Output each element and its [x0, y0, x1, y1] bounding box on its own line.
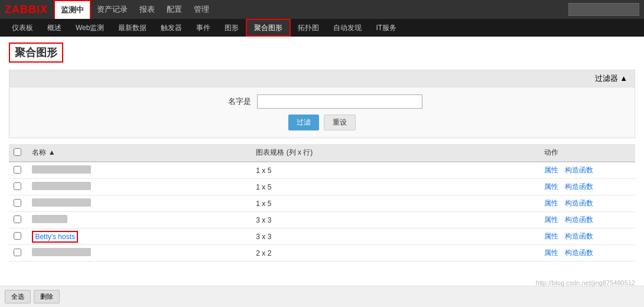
row-checkbox[interactable]: [14, 249, 21, 256]
row-actions: 属性 构造函数: [539, 228, 635, 245]
page-title: 聚合图形: [9, 43, 63, 63]
second-nav-item-events[interactable]: 事件: [189, 19, 217, 37]
delete-button[interactable]: 删除: [34, 290, 60, 303]
table-row: Betty's hosts 3 x 3 属性 构造函数: [9, 228, 635, 245]
row-check: [9, 212, 27, 228]
row-grid: 1 x 5: [251, 162, 539, 179]
top-nav-item-reports[interactable]: 报表: [134, 0, 161, 19]
filter-name-row: 名字是: [21, 94, 623, 109]
second-nav-item-screens[interactable]: 聚合图形: [246, 19, 291, 37]
row-check: [9, 228, 27, 245]
filter-section: 过滤器 ▲ 名字是 过滤 重设: [9, 70, 635, 138]
action-properties[interactable]: 属性: [544, 215, 558, 224]
top-nav-item-assets[interactable]: 资产记录: [91, 0, 134, 19]
page-content: 聚合图形 过滤器 ▲ 名字是 过滤 重设 名称 ▲: [0, 37, 644, 267]
filter-buttons: 过滤 重设: [21, 115, 623, 130]
row-name: [27, 162, 251, 179]
name-blurred: [32, 198, 91, 207]
top-nav-search-input[interactable]: [568, 3, 639, 16]
filter-reset-button[interactable]: 重设: [324, 115, 356, 130]
row-check: [9, 179, 27, 195]
bottom-bar: 全选 删除: [0, 286, 644, 307]
second-nav-item-latest[interactable]: 最新数据: [111, 19, 154, 37]
second-nav: 仪表板 概述 Web监测 最新数据 触发器 事件 图形 聚合图形 拓扑图 自动发…: [0, 19, 644, 37]
row-name: [27, 195, 251, 212]
bettys-hosts-link[interactable]: Betty's hosts: [32, 231, 78, 243]
table-body: 1 x 5 属性 构造函数 1 x 5 属性 构造函数 1: [9, 162, 635, 262]
table-row: 1 x 5 属性 构造函数: [9, 195, 635, 212]
row-check: [9, 245, 27, 262]
row-grid: 1 x 5: [251, 179, 539, 195]
row-actions: 属性 构造函数: [539, 162, 635, 179]
filter-name-label: 名字是: [222, 96, 251, 107]
name-blurred: [32, 248, 91, 256]
filter-submit-button[interactable]: 过滤: [288, 115, 319, 130]
column-header-name[interactable]: 名称 ▲: [27, 144, 251, 162]
second-nav-item-triggers[interactable]: 触发器: [154, 19, 189, 37]
column-header-grid: 图表规格 (列 x 行): [251, 144, 539, 162]
filter-body: 名字是 过滤 重设: [9, 87, 635, 138]
row-checkbox[interactable]: [14, 166, 21, 174]
row-checkbox[interactable]: [14, 182, 21, 190]
row-actions: 属性 构造函数: [539, 245, 635, 262]
row-grid: 3 x 3: [251, 212, 539, 228]
table-row: 1 x 5 属性 构造函数: [9, 179, 635, 195]
action-constructor[interactable]: 构造函数: [565, 249, 593, 257]
action-constructor[interactable]: 构造函数: [565, 199, 593, 207]
row-name: Betty's hosts: [27, 228, 251, 245]
action-properties[interactable]: 属性: [544, 166, 558, 174]
column-header-action: 动作: [539, 144, 635, 162]
row-name: [27, 245, 251, 262]
top-nav-item-config[interactable]: 配置: [161, 0, 188, 19]
row-name: [27, 212, 251, 228]
filter-header[interactable]: 过滤器 ▲: [9, 70, 635, 87]
row-check: [9, 195, 27, 212]
select-all-checkbox[interactable]: [14, 148, 21, 156]
second-nav-item-overview[interactable]: 概述: [40, 19, 69, 37]
action-properties[interactable]: 属性: [544, 232, 558, 240]
action-constructor[interactable]: 构造函数: [565, 215, 593, 224]
select-all-button[interactable]: 全选: [5, 290, 31, 303]
second-nav-item-web[interactable]: Web监测: [69, 19, 111, 37]
top-nav-item-monitoring[interactable]: 监测中: [54, 0, 91, 19]
table-row: 3 x 3 属性 构造函数: [9, 212, 635, 228]
second-nav-item-graphs[interactable]: 图形: [217, 19, 246, 37]
top-nav: ZABBIX 监测中 资产记录 报表 配置 管理: [0, 0, 644, 19]
row-actions: 属性 构造函数: [539, 195, 635, 212]
row-checkbox[interactable]: [14, 215, 21, 223]
second-nav-item-it-services[interactable]: IT服务: [369, 19, 404, 37]
action-properties[interactable]: 属性: [544, 199, 558, 207]
filter-toggle-label: 过滤器 ▲: [595, 73, 627, 84]
action-constructor[interactable]: 构造函数: [565, 182, 593, 191]
row-grid: 1 x 5: [251, 195, 539, 212]
row-actions: 属性 构造函数: [539, 179, 635, 195]
second-nav-item-dashboard[interactable]: 仪表板: [5, 19, 40, 37]
row-grid: 2 x 2: [251, 245, 539, 262]
table-header-row: 名称 ▲ 图表规格 (列 x 行) 动作: [9, 144, 635, 162]
name-blurred-small: [32, 215, 67, 223]
row-name: [27, 179, 251, 195]
action-properties[interactable]: 属性: [544, 249, 558, 257]
name-blurred: [32, 165, 91, 174]
row-actions: 属性 构造函数: [539, 212, 635, 228]
top-nav-item-admin[interactable]: 管理: [188, 0, 215, 19]
action-constructor[interactable]: 构造函数: [565, 232, 593, 240]
row-checkbox[interactable]: [14, 199, 21, 207]
column-header-check: [9, 144, 27, 162]
top-nav-right: [568, 3, 639, 16]
watermark: http://blog.csdn.net/jing875480512: [536, 279, 635, 286]
action-properties[interactable]: 属性: [544, 182, 558, 191]
row-grid: 3 x 3: [251, 228, 539, 245]
screens-table: 名称 ▲ 图表规格 (列 x 行) 动作 1 x 5 属性 构造函数: [9, 144, 635, 262]
row-check: [9, 162, 27, 179]
filter-name-input[interactable]: [257, 94, 422, 109]
name-blurred: [32, 182, 91, 190]
table-row: 1 x 5 属性 构造函数: [9, 162, 635, 179]
table-row: 2 x 2 属性 构造函数: [9, 245, 635, 262]
second-nav-item-maps[interactable]: 拓扑图: [291, 19, 326, 37]
row-checkbox[interactable]: [14, 232, 21, 240]
action-constructor[interactable]: 构造函数: [565, 166, 593, 174]
second-nav-item-discovery[interactable]: 自动发现: [326, 19, 369, 37]
logo: ZABBIX: [5, 4, 48, 16]
